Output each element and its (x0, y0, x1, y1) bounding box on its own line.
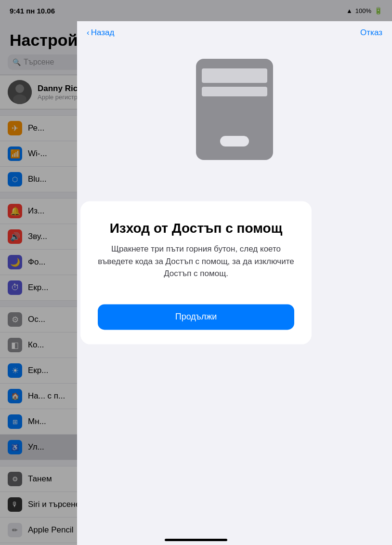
ipad-screen-bottom (220, 136, 249, 146)
ipad-mockup-illustration (196, 59, 273, 160)
setup-nav: ‹ Назад Отказ (77, 21, 392, 44)
setup-back-button[interactable]: ‹ Назад (87, 28, 114, 38)
exit-modal: Изход от Достъп с помощ Щракнете три път… (80, 201, 312, 344)
ipad-screen-mid (202, 87, 267, 96)
exit-modal-title: Изход от Достъп с помощ (110, 220, 283, 237)
home-indicator (165, 539, 227, 541)
setup-back-label: Назад (91, 28, 115, 38)
setup-cancel-button[interactable]: Отказ (360, 28, 382, 38)
setup-back-chevron-icon: ‹ (87, 28, 90, 38)
ipad-screen-top (202, 68, 267, 83)
continue-button[interactable]: Продължи (98, 304, 294, 330)
exit-modal-body: Щракнете три пъти горния бутон, след кое… (98, 243, 294, 280)
